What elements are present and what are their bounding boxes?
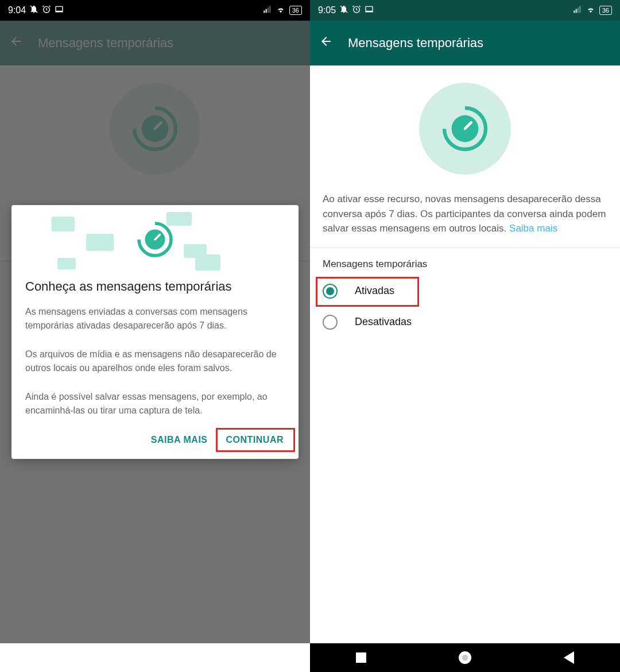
nav-recent-icon[interactable] [356,652,366,663]
battery-indicator: 36 [599,6,612,15]
intro-dialog: Conheça as mensagens temporárias As mens… [11,205,299,459]
modal-overlay: Conheça as mensagens temporárias As mens… [0,21,310,643]
main-content: Ao ativar esse recurso, novas mensagens … [310,65,620,643]
section-title: Mensagens temporárias [310,248,620,276]
dialog-paragraph-3: Ainda é possível salvar essas mensagens,… [11,387,299,421]
svg-rect-4 [265,9,266,13]
radio-label-off: Desativadas [355,316,412,328]
feature-description: Ao ativar esse recurso, novas mensagens … [310,186,620,248]
dialog-illustration [11,205,299,274]
mute-icon [339,5,348,16]
status-time: 9:04 [8,5,26,16]
highlight-continue [216,428,296,452]
timer-illustration [419,83,511,175]
learn-more-button[interactable]: SAIBA MAIS [143,429,216,451]
device-icon [55,5,64,16]
radio-option-off[interactable]: Desativadas [310,307,620,338]
mute-icon [29,5,38,16]
wifi-icon [586,5,596,16]
nav-back-icon[interactable] [564,651,574,664]
phone-left: 9:04 36 Mensagens temporárias [0,0,310,672]
highlight-ativadas [316,277,419,307]
nav-home-icon[interactable] [459,651,471,664]
status-bar: 9:05 36 [310,0,620,21]
signal-icon [573,5,582,16]
header-title: Mensagens temporárias [348,36,483,51]
wifi-icon [276,5,286,16]
status-bar: 9:04 36 [0,0,310,21]
dialog-title: Conheça as mensagens temporárias [11,274,299,302]
app-header: Mensagens temporárias [310,21,620,65]
signal-icon [263,5,272,16]
svg-rect-17 [575,9,576,13]
alarm-icon [42,5,51,16]
status-time: 9:05 [318,5,336,16]
svg-rect-2 [56,6,63,11]
svg-rect-3 [264,10,265,13]
svg-rect-18 [578,7,579,13]
alarm-icon [352,5,361,16]
dialog-paragraph-1: As mensagens enviadas a conversas com me… [11,302,299,336]
continue-button[interactable]: CONTINUAR [218,429,292,451]
phone-right: 9:05 36 Mensagens temporárias [310,0,620,672]
svg-rect-19 [579,6,580,13]
radio-unselected-icon [323,315,338,330]
dialog-paragraph-2: Os arquivos de mídia e as mensagens não … [11,344,299,379]
svg-rect-16 [574,10,575,13]
svg-rect-15 [366,6,373,11]
svg-rect-5 [268,7,269,13]
android-nav-bar [310,643,620,672]
battery-indicator: 36 [289,6,302,15]
back-icon[interactable] [319,34,333,52]
device-icon [365,5,374,16]
svg-rect-6 [269,6,270,13]
learn-more-link[interactable]: Saiba mais [509,223,557,234]
